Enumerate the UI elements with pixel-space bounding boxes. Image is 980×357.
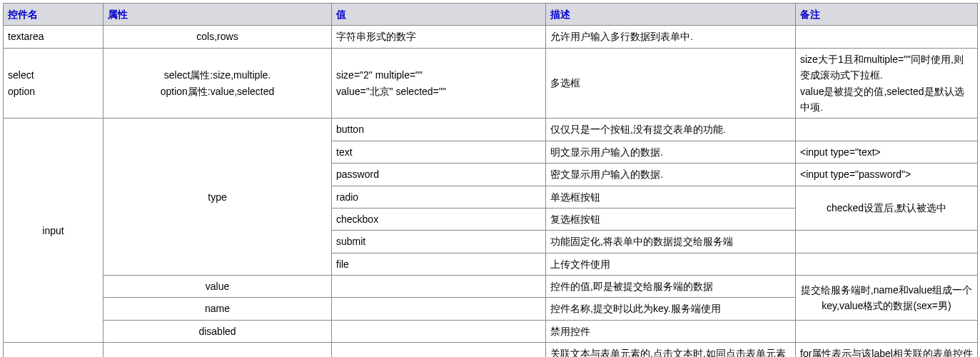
table-row: value 控件的值,即是被提交给服务端的数据 提交给服务端时,name和val… bbox=[4, 276, 978, 298]
cell-value bbox=[332, 298, 546, 320]
cell-attr: cols,rows bbox=[103, 26, 332, 48]
cell-value bbox=[332, 320, 546, 342]
cell-value: file bbox=[332, 253, 546, 275]
cell-desc: 仅仅只是一个按钮,没有提交表单的功能. bbox=[546, 119, 796, 141]
cell-desc: 明文显示用户输入的数据. bbox=[546, 141, 796, 163]
table-row: label for 关联文本与表单元素的,点击文本时,如同点击表单元素一样 fo… bbox=[4, 343, 978, 357]
cell-desc: 多选框 bbox=[546, 48, 796, 119]
cell-attr: select属性:size,multiple. option属性:value,s… bbox=[103, 48, 332, 119]
cell-desc: 上传文件使用 bbox=[546, 253, 796, 275]
cell-note: for属性表示与该label相关联的表单控件元素的ID值 bbox=[796, 343, 978, 357]
attr-line: option属性:value,selected bbox=[108, 84, 327, 99]
cell-value: 字符串形式的数字 bbox=[332, 26, 546, 48]
cell-name: input bbox=[4, 119, 103, 343]
cell-name: select option bbox=[4, 48, 103, 119]
cell-name: textarea bbox=[4, 26, 103, 48]
header-name: 控件名 bbox=[4, 4, 103, 26]
html-controls-table: 控件名 属性 值 描述 备注 textarea cols,rows 字符串形式的… bbox=[3, 3, 978, 357]
cell-desc: 禁用控件 bbox=[546, 320, 796, 342]
cell-note: <input type="password"> bbox=[796, 164, 978, 186]
cell-attr: for bbox=[103, 343, 332, 357]
attr-line: select属性:size,multiple. bbox=[108, 67, 327, 83]
cell-attr: disabled bbox=[103, 320, 332, 342]
cell-desc: 密文显示用户输入的数据. bbox=[546, 164, 796, 186]
cell-attr: type bbox=[103, 119, 332, 276]
value-line: size="2" multiple="" bbox=[336, 67, 541, 83]
table-row: input type button 仅仅只是一个按钮,没有提交表单的功能. bbox=[4, 119, 978, 141]
cell-value: size="2" multiple="" value="北京" selected… bbox=[332, 48, 546, 119]
table-row: textarea cols,rows 字符串形式的数字 允许用户输入多行数据到表… bbox=[4, 26, 978, 48]
table-header-row: 控件名 属性 值 描述 备注 bbox=[4, 4, 978, 26]
value-line: value="北京" selected="" bbox=[336, 84, 541, 99]
cell-value: text bbox=[332, 141, 546, 163]
cell-attr: value bbox=[103, 276, 332, 298]
cell-desc: 功能固定化,将表单中的数据提交给服务端 bbox=[546, 231, 796, 253]
cell-note bbox=[796, 231, 978, 253]
cell-value: password bbox=[332, 164, 546, 186]
cell-desc: 关联文本与表单元素的,点击文本时,如同点击表单元素一样 bbox=[546, 343, 796, 357]
cell-note bbox=[796, 320, 978, 342]
cell-value bbox=[332, 343, 546, 357]
cell-note: size大于1且和multiple=""同时使用,则变成滚动式下拉框. valu… bbox=[796, 48, 978, 119]
cell-value: submit bbox=[332, 231, 546, 253]
cell-note: <input type="text> bbox=[796, 141, 978, 163]
cell-note bbox=[796, 26, 978, 48]
cell-desc: 复选框按钮 bbox=[546, 208, 796, 230]
cell-value: checkbox bbox=[332, 208, 546, 230]
cell-note bbox=[796, 119, 978, 141]
cell-attr: name bbox=[103, 298, 332, 320]
cell-value bbox=[332, 276, 546, 298]
cell-name: label bbox=[4, 343, 103, 357]
cell-desc: 单选框按钮 bbox=[546, 186, 796, 208]
cell-value: radio bbox=[332, 186, 546, 208]
cell-note: 提交给服务端时,name和value组成一个key,value格式的数据(sex… bbox=[796, 276, 978, 321]
header-desc: 描述 bbox=[546, 4, 796, 26]
cell-desc: 控件名称,提交时以此为key.服务端使用 bbox=[546, 298, 796, 320]
table-row: disabled 禁用控件 bbox=[4, 320, 978, 342]
cell-desc: 允许用户输入多行数据到表单中. bbox=[546, 26, 796, 48]
header-note: 备注 bbox=[796, 4, 978, 26]
header-value: 值 bbox=[332, 4, 546, 26]
cell-note: checked设置后,默认被选中 bbox=[796, 186, 978, 231]
table-row: select option select属性:size,multiple. op… bbox=[4, 48, 978, 119]
cell-value: button bbox=[332, 119, 546, 141]
cell-desc: 控件的值,即是被提交给服务端的数据 bbox=[546, 276, 796, 298]
cell-note bbox=[796, 253, 978, 275]
header-attr: 属性 bbox=[103, 4, 332, 26]
